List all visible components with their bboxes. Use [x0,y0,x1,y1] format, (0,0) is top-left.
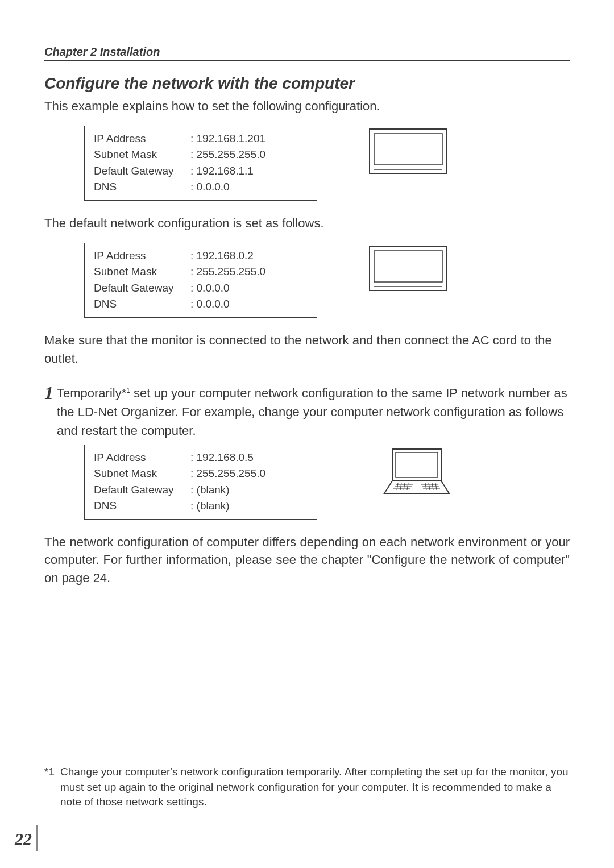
svg-rect-7 [396,452,438,477]
page-number-bar [36,825,38,851]
config-label: Subnet Mask [94,147,190,163]
config-label: DNS [94,179,190,196]
config-label: Default Gateway [94,280,190,297]
config-box-default: IP Address: 192.168.0.2 Subnet Mask: 255… [84,243,317,318]
step-text-post: set up your computer network configurati… [57,386,567,438]
footnote-text: Change your computer's network configura… [60,765,570,810]
config-label: DNS [94,296,190,313]
config-label: IP Address [94,450,190,466]
svg-rect-3 [370,246,447,290]
connect-text: Make sure that the monitor is connected … [44,331,570,368]
page-number: 22 [15,829,32,849]
config-value: : 255.255.255.0 [190,466,308,482]
step-number: 1 [44,384,53,402]
config-label: Default Gateway [94,482,190,499]
laptop-icon [380,447,454,500]
intro-text: This example explains how to set the fol… [44,97,570,115]
config-label: DNS [94,498,190,514]
config-value: : 0.0.0.0 [190,296,308,313]
config-box-computer: IP Address: 192.168.0.5 Subnet Mask: 255… [84,445,317,520]
svg-rect-4 [374,251,442,282]
config-value: : 192.168.0.5 [190,450,308,466]
step-text-pre: Temporarily* [57,386,126,400]
config-value: : (blank) [190,498,308,514]
monitor-icon [368,245,448,298]
config-value: : 0.0.0.0 [190,179,308,196]
footnote-mark: *1 [44,765,60,810]
final-text: The network configuration of computer di… [44,533,570,588]
config-value: : 0.0.0.0 [190,280,308,297]
chapter-header: Chapter 2 Installation [44,45,570,61]
svg-rect-0 [370,129,447,173]
svg-rect-1 [374,134,442,165]
config-value: : 192.168.1.201 [190,131,308,147]
svg-rect-6 [392,449,441,481]
config-value: : 192.168.1.1 [190,163,308,180]
config-value: : 192.168.0.2 [190,248,308,264]
section-title: Configure the network with the computer [44,74,570,93]
config-label: Default Gateway [94,163,190,180]
config-box-target: IP Address: 192.168.1.201 Subnet Mask: 2… [84,126,317,201]
footnote: *1 Change your computer's network config… [44,761,570,810]
config-label: IP Address [94,248,190,264]
default-config-text: The default network configuration is set… [44,214,570,232]
config-value: : 255.255.255.0 [190,264,308,280]
config-value: : (blank) [190,482,308,499]
footnote-superscript: 1 [126,386,130,394]
config-label: IP Address [94,131,190,147]
config-label: Subnet Mask [94,264,190,280]
config-value: : 255.255.255.0 [190,147,308,163]
monitor-icon [368,128,448,181]
step-text: Temporarily*1 set up your computer netwo… [57,384,570,440]
config-label: Subnet Mask [94,466,190,482]
